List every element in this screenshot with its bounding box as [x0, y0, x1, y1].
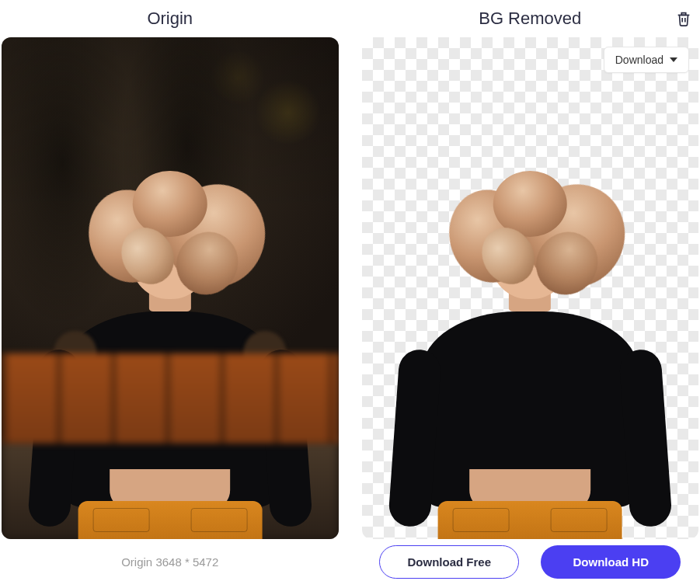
- trash-icon: [675, 10, 692, 27]
- download-dropdown-label: Download: [615, 54, 663, 66]
- result-actions: Download Free Download HD: [362, 539, 699, 584]
- caret-down-icon: [670, 57, 677, 62]
- origin-dimensions: Origin 3648 * 5472: [121, 555, 218, 569]
- origin-header: Origin: [2, 0, 339, 37]
- result-panel: BG Removed Download: [362, 0, 699, 584]
- result-image: Download: [362, 37, 699, 539]
- download-dropdown[interactable]: Download: [604, 47, 689, 73]
- origin-caption-row: Origin 3648 * 5472: [2, 539, 339, 584]
- result-subject: [399, 223, 661, 539]
- origin-image: [2, 37, 339, 539]
- delete-button[interactable]: [672, 7, 695, 30]
- download-free-button[interactable]: Download Free: [379, 545, 519, 579]
- origin-subject: [39, 223, 301, 539]
- download-hd-button[interactable]: Download HD: [541, 545, 681, 579]
- result-title: BG Removed: [479, 9, 581, 29]
- result-header: BG Removed: [362, 0, 699, 37]
- origin-panel: Origin: [2, 0, 339, 584]
- origin-title: Origin: [147, 9, 193, 29]
